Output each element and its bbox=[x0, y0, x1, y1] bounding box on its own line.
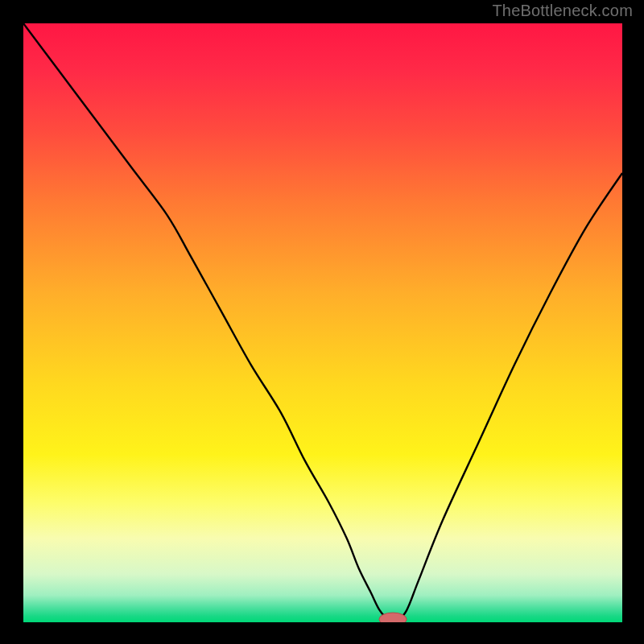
plot-area bbox=[23, 23, 622, 622]
watermark-text: TheBottleneck.com bbox=[492, 2, 633, 20]
chart-frame: TheBottleneck.com bbox=[0, 0, 644, 644]
gradient-background bbox=[23, 23, 622, 622]
bottleneck-chart-svg bbox=[23, 23, 622, 622]
